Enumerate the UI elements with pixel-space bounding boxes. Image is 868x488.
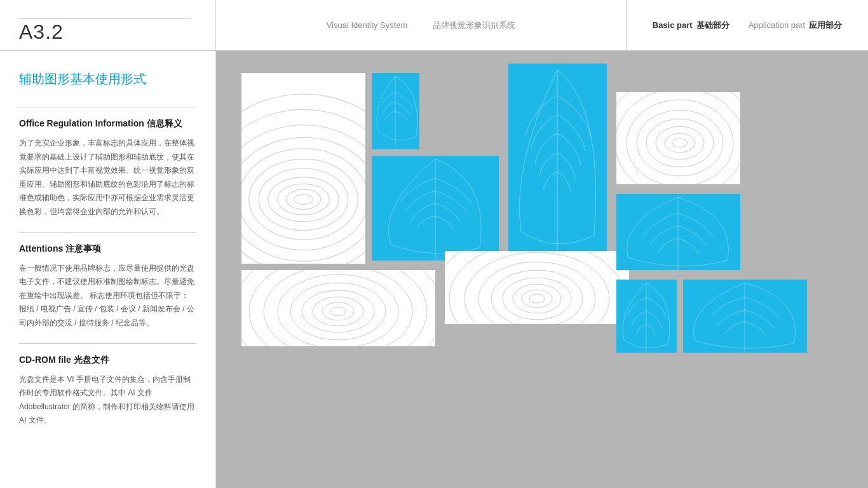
divider-1 xyxy=(19,107,196,107)
svg-point-22 xyxy=(313,297,363,326)
nav-application[interactable]: Application part 应用部分 xyxy=(749,20,843,31)
section-cdrom-heading: CD-ROM file 光盘文件 xyxy=(19,353,196,367)
svg-point-1 xyxy=(286,189,321,209)
section-office: Office Regulation Information 信息释义 为了充实企… xyxy=(19,117,196,219)
svg-point-15 xyxy=(637,110,723,176)
svg-point-0 xyxy=(294,194,313,205)
svg-point-19 xyxy=(616,92,740,184)
header-top-line xyxy=(19,18,191,18)
card-leaf-small-bottom xyxy=(616,280,677,353)
leaf-svg-8 xyxy=(616,280,677,353)
tree-ring-svg-4 xyxy=(616,92,740,184)
section-office-body: 为了充实企业形象，丰富标志的具体应用，在整体视觉要求的基础上设计了辅助图形和辅助… xyxy=(19,137,196,219)
section-attentions-heading: Attentions 注意事项 xyxy=(19,242,196,255)
header-right: Basic part 基础部分 Application part 应用部分 xyxy=(627,0,868,50)
leaf-svg-3 xyxy=(508,64,607,261)
svg-point-12 xyxy=(665,133,695,152)
card-leaf-medium-blue xyxy=(372,156,499,261)
svg-point-28 xyxy=(241,270,435,346)
svg-point-24 xyxy=(290,283,386,340)
svg-point-4 xyxy=(259,168,348,231)
section-cdrom: CD-ROM file 光盘文件 光盘文件是本 VI 手册电子文件的集合，内含手… xyxy=(19,353,196,428)
svg-point-2 xyxy=(278,184,330,215)
svg-point-27 xyxy=(249,270,427,346)
section-office-heading: Office Regulation Information 信息释义 xyxy=(19,117,196,130)
page-code: A3.2 xyxy=(19,20,64,44)
header-left: A3.2 xyxy=(0,0,216,50)
nav-center-en: Visual Identity System xyxy=(327,20,408,30)
header: A3.2 Visual Identity System 品牌视觉形象识别系统 B… xyxy=(0,0,868,51)
svg-point-29 xyxy=(529,294,545,303)
leaf-svg-9 xyxy=(683,280,807,353)
svg-point-18 xyxy=(616,92,740,184)
svg-point-14 xyxy=(646,119,714,167)
leaf-svg-10 xyxy=(372,156,499,261)
svg-point-17 xyxy=(616,92,740,184)
svg-point-10 xyxy=(241,94,365,264)
card-leaf-tall-blue xyxy=(508,64,607,261)
header-center: Visual Identity System 品牌视觉形象识别系统 xyxy=(216,0,627,50)
svg-point-25 xyxy=(278,274,398,346)
svg-point-7 xyxy=(241,137,365,261)
svg-point-30 xyxy=(522,290,552,308)
main-title: 辅助图形基本使用形式 xyxy=(19,70,196,88)
tree-ring-svg-5 xyxy=(241,270,435,346)
svg-point-31 xyxy=(513,284,561,313)
left-panel: 辅助图形基本使用形式 Office Regulation Information… xyxy=(0,51,216,488)
card-tree-ring-wide-white-2 xyxy=(445,251,629,324)
svg-point-5 xyxy=(249,159,358,240)
svg-point-6 xyxy=(241,149,365,250)
divider-2 xyxy=(19,232,196,233)
leaf-svg-2 xyxy=(372,73,419,149)
right-panel xyxy=(216,51,868,488)
svg-point-20 xyxy=(330,307,346,316)
section-attentions-body: 在一般情况下使用品牌标志，应尽量使用提供的光盘电子文件，不建议使用标准制图绘制标… xyxy=(19,262,196,330)
card-tree-ring-wide-white xyxy=(241,270,435,346)
card-tree-ring-tall xyxy=(241,73,365,264)
card-tree-ring-white-top xyxy=(616,92,740,184)
image-grid xyxy=(229,64,855,475)
svg-point-16 xyxy=(627,100,733,184)
leaf-svg-7 xyxy=(616,194,740,270)
section-attentions: Attentions 注意事项 在一般情况下使用品牌标志，应尽量使用提供的光盘电… xyxy=(19,242,196,330)
svg-point-13 xyxy=(656,126,704,159)
tree-ring-svg-6 xyxy=(445,251,629,324)
tree-ring-svg-1 xyxy=(241,73,365,264)
divider-3 xyxy=(19,343,196,344)
card-leaf-small-blue xyxy=(372,73,419,149)
nav-basic[interactable]: Basic part 基础部分 xyxy=(653,20,729,31)
svg-point-21 xyxy=(322,302,354,320)
svg-point-26 xyxy=(264,270,412,346)
card-leaf-wide-bottom xyxy=(683,280,807,353)
card-leaf-blue-right xyxy=(616,194,740,270)
svg-point-9 xyxy=(241,109,365,264)
svg-point-34 xyxy=(478,262,595,324)
svg-point-33 xyxy=(491,270,583,324)
nav-center-cn: 品牌视觉形象识别系统 xyxy=(433,20,515,31)
section-cdrom-body: 光盘文件是本 VI 手册电子文件的集合，内含手册制作时的专用软件格式文件。其中 … xyxy=(19,373,196,428)
svg-point-11 xyxy=(672,139,688,147)
